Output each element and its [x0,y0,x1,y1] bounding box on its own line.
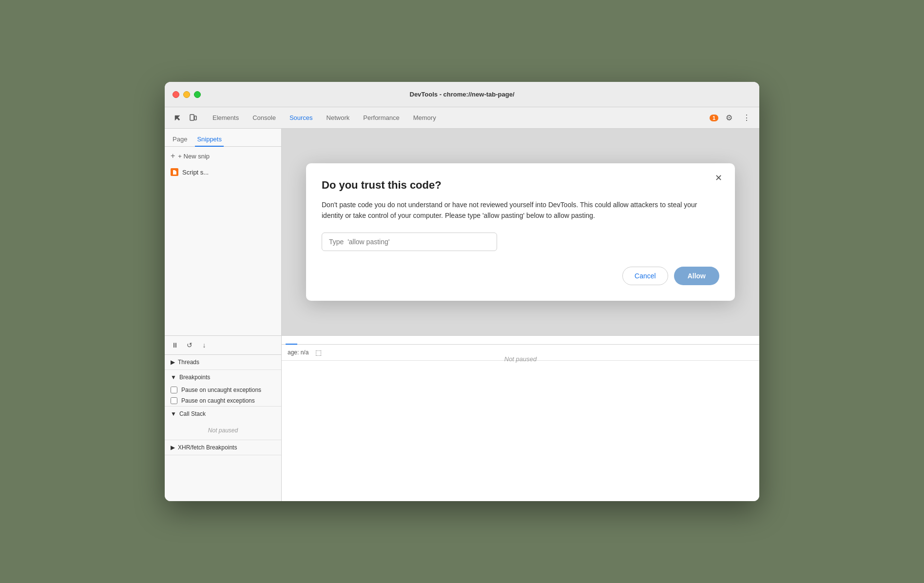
callstack-section: ▼ Call Stack Not paused [165,407,281,440]
debug-tab-bar [282,336,759,345]
pause-caught-row: Pause on caught exceptions [165,395,281,406]
page-icon[interactable]: ⬚ [312,347,324,358]
pause-uncaught-row: Pause on uncaught exceptions [165,385,281,395]
notification-badge: 1 [710,115,718,121]
snippet-name: Script s... [182,169,209,176]
devtools-toolbar: Elements Console Sources Network Perform… [165,107,759,129]
svg-rect-0 [190,115,194,120]
tab-console[interactable]: Console [246,111,283,124]
close-button[interactable] [173,91,179,98]
window-title: DevTools - chrome://new-tab-page/ [409,91,514,98]
device-icon[interactable] [186,111,200,125]
toolbar-right: 1 ⚙ ⋮ [710,111,753,125]
svg-rect-1 [194,116,196,120]
cancel-button[interactable]: Cancel [622,267,668,285]
sidebar-tabs: Page Snippets [165,129,281,147]
xhr-label: XHR/fetch Breakpoints [178,444,237,451]
xhr-header[interactable]: ▶ XHR/fetch Breakpoints [165,440,281,455]
dialog-close-button[interactable]: ✕ [712,171,725,185]
pause-caught-checkbox[interactable] [171,397,177,404]
tab-page[interactable]: Page [171,133,189,147]
step-over-button[interactable]: ↺ [183,339,196,351]
threads-chevron-icon: ▶ [171,359,175,366]
callstack-not-paused: Not paused [165,421,281,440]
sources-sidebar: Page Snippets + + New snip Script s... [165,129,282,335]
dialog-overlay: ✕ Do you trust this code? Don't paste co… [282,129,759,335]
title-bar: DevTools - chrome://new-tab-page/ [165,82,759,107]
tab-network[interactable]: Network [320,111,357,124]
selector-icon[interactable] [171,111,184,125]
more-icon[interactable]: ⋮ [740,111,753,125]
tab-elements[interactable]: Elements [206,111,246,124]
callstack-label: Call Stack [179,410,206,417]
maximize-button[interactable] [194,91,201,98]
pause-uncaught-label: Pause on uncaught exceptions [181,387,261,393]
threads-header[interactable]: ▶ Threads [165,355,281,369]
dialog-buttons: Cancel Allow [322,267,719,285]
callstack-header[interactable]: ▼ Call Stack [165,407,281,421]
tab-sources[interactable]: Sources [283,111,320,124]
pause-button[interactable]: ⏸ [169,339,181,351]
minimize-button[interactable] [183,91,190,98]
pause-uncaught-checkbox[interactable] [171,387,177,393]
file-icon [171,168,178,176]
xhr-section: ▶ XHR/fetch Breakpoints [165,440,281,455]
editor-area: ✕ Do you trust this code? Don't paste co… [282,129,759,335]
main-not-paused: Not paused [504,355,537,363]
debug-toolbar: ⏸ ↺ ↓ [165,336,281,355]
breakpoints-chevron-icon: ▼ [171,374,176,381]
threads-label: Threads [178,359,199,366]
xhr-chevron-icon: ▶ [171,444,175,451]
new-snip-button[interactable]: + + New snip [165,147,281,165]
dialog-body: Don't paste code you do not understand o… [322,199,719,221]
main-content: Page Snippets + + New snip Script s... [165,129,759,335]
devtools-tabs: Elements Console Sources Network Perform… [206,111,443,124]
callstack-chevron-icon: ▼ [171,410,176,417]
breakpoints-section: ▼ Breakpoints Pause on uncaught exceptio… [165,370,281,407]
dialog-title: Do you trust this code? [322,179,719,192]
breakpoints-header[interactable]: ▼ Breakpoints [165,370,281,385]
settings-icon[interactable]: ⚙ [722,111,736,125]
threads-section: ▶ Threads [165,355,281,370]
new-snip-label: + New snip [178,153,210,160]
traffic-lights [173,91,201,98]
step-into-button[interactable]: ↓ [198,339,211,351]
tab-snippets[interactable]: Snippets [195,133,224,147]
trust-dialog: ✕ Do you trust this code? Don't paste co… [306,163,735,301]
allow-button[interactable]: Allow [674,267,719,285]
debug-tab-active[interactable] [286,336,297,345]
page-info: age: n/a [288,349,308,356]
bottom-panel: ⏸ ↺ ↓ ▶ Threads ▼ Breakpoints Pause on u… [165,335,759,501]
snippet-item[interactable]: Script s... [165,165,281,179]
debug-sidebar: ⏸ ↺ ↓ ▶ Threads ▼ Breakpoints Pause on u… [165,336,282,501]
tab-memory[interactable]: Memory [406,111,443,124]
pause-caught-label: Pause on caught exceptions [181,397,255,404]
allow-pasting-input[interactable] [322,233,497,251]
devtools-window: DevTools - chrome://new-tab-page/ Elemen… [165,82,759,501]
tab-performance[interactable]: Performance [356,111,406,124]
plus-icon: + [171,152,175,160]
breakpoints-label: Breakpoints [179,374,210,381]
debug-main: age: n/a ⬚ Not paused [282,336,759,501]
